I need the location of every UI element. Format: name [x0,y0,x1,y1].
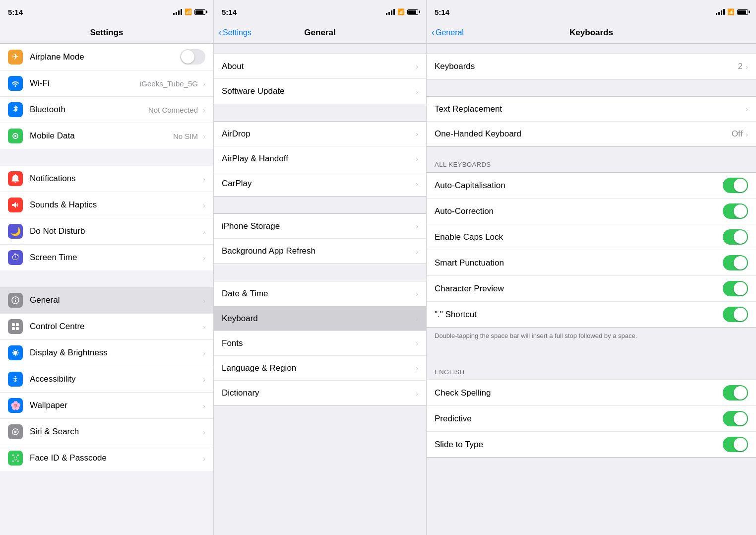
autocorrect-toggle[interactable] [723,203,748,219]
list-item-mobiledata[interactable]: Mobile Data No SIM › [0,123,213,149]
kbd-item-textreplacement[interactable]: Text Replacement › [427,97,756,122]
general-item-languageregion[interactable]: Language & Region › [214,356,426,381]
kbd-toggle-capslock[interactable]: Enable Caps Lock [427,224,756,250]
list-item-faceid[interactable]: Face ID & Passcode › [0,445,213,471]
nav-bar-3: ‹ General Keyboards [427,22,756,44]
softwareupdate-chevron: › [416,87,418,96]
charpreview-toggle[interactable] [723,281,748,296]
kbd-toggle-slidetotype[interactable]: Slide to Type [427,432,756,457]
kbd-toggle-autocorrect[interactable]: Auto-Correction [427,199,756,224]
list-item-display[interactable]: Display & Brightness › [0,340,213,366]
sounds-icon [8,198,23,212]
battery-icon-3 [737,9,748,15]
donotdisturb-label: Do Not Disturb [30,226,85,236]
airplane-label: Airplane Mode [30,52,84,62]
list-item-screentime[interactable]: ⏱ Screen Time › [0,245,213,270]
back-to-settings[interactable]: ‹ Settings [219,27,252,38]
general-label: General [30,295,60,305]
top-spacer [214,44,426,54]
dictionary-chevron: › [416,389,418,398]
general-item-about[interactable]: About › [214,54,426,79]
separator-2 [0,270,213,287]
textreplacement-label: Text Replacement [435,104,502,114]
predictive-label: Predictive [435,414,472,424]
iphonestorage-chevron: › [416,222,418,230]
general-list: About › Software Update › AirDrop › AirP… [214,44,426,535]
back-label-3: General [436,28,464,37]
list-item-accessibility[interactable]: Accessibility › [0,366,213,393]
kbd-toggle-checkspelling[interactable]: Check Spelling [427,380,756,406]
checkspelling-toggle[interactable] [723,385,748,401]
general-item-softwareupdate[interactable]: Software Update › [214,79,426,104]
back-to-general[interactable]: ‹ General [432,27,464,38]
list-item-wifi[interactable]: Wi-Fi iGeeks_Tube_5G › [0,70,213,97]
list-item-controlcentre[interactable]: Control Centre › [0,314,213,340]
svg-point-8 [15,376,16,378]
predictive-toggle[interactable] [723,411,748,426]
general-item-backgroundapp[interactable]: Background App Refresh › [214,239,426,264]
smartpunctuation-toggle[interactable] [723,255,748,270]
section-system: General › Control Centre › Display & B [0,287,213,471]
faceid-chevron: › [203,454,205,463]
general-item-dictionary[interactable]: Dictionary › [214,381,426,405]
svg-point-16 [16,457,17,458]
display-icon [8,345,23,360]
iphonestorage-label: iPhone Storage [222,221,280,231]
kbd-toggle-autocap[interactable]: Auto-Capitalisation [427,173,756,199]
notifications-icon [8,171,23,186]
sounds-chevron: › [203,201,205,209]
svg-point-10 [14,431,17,433]
siri-icon [8,424,23,439]
periodshortcut-label: "." Shortcut [435,310,477,320]
signal-icon-3 [716,9,725,15]
carplay-chevron: › [416,180,418,188]
general-item-airplay[interactable]: AirPlay & Handoff › [214,146,426,171]
capslock-toggle[interactable] [723,229,748,245]
kbd-toggle-periodshortcut[interactable]: "." Shortcut [427,302,756,327]
general-item-keyboard[interactable]: Keyboard › [214,306,426,331]
general-item-fonts[interactable]: Fonts › [214,331,426,356]
general-item-airdrop[interactable]: AirDrop › [214,122,426,146]
svg-point-15 [14,457,15,458]
wallpaper-icon: 🌸 [8,398,23,413]
all-keyboards-header: ALL KEYBOARDS [427,147,756,172]
keyboards-item[interactable]: Keyboards 2 › [427,54,756,79]
display-content: Display & Brightness › [30,348,205,358]
general-nav-title: General [304,28,335,38]
svg-rect-12 [17,455,19,456]
wifi-settings-icon [8,76,23,91]
list-item-notifications[interactable]: Notifications › [0,166,213,192]
list-item-general[interactable]: General › [0,287,213,314]
kbd-toggle-charpreview[interactable]: Character Preview [427,276,756,302]
kbd-toggle-predictive[interactable]: Predictive [427,406,756,432]
general-item-iphonestorage[interactable]: iPhone Storage › [214,214,426,239]
notifications-chevron: › [203,175,205,183]
status-time-3: 5:14 [435,8,449,16]
kbd-toggle-smartpunctuation[interactable]: Smart Punctuation [427,250,756,276]
onehandedkeyboard-right: Off › [732,129,748,139]
list-item-donotdisturb[interactable]: 🌙 Do Not Disturb › [0,218,213,245]
list-item-sounds[interactable]: Sounds & Haptics › [0,192,213,218]
airplane-toggle[interactable] [180,49,205,65]
airdrop-label: AirDrop [222,129,251,139]
general-item-datetime[interactable]: Date & Time › [214,281,426,306]
slidetotype-toggle[interactable] [723,437,748,452]
controlcentre-icon [8,319,23,334]
sounds-label: Sounds & Haptics [30,200,97,210]
keyboards-section-1: Text Replacement › One-Handed Keyboard O… [427,96,756,147]
list-item-siri[interactable]: Siri & Search › [0,419,213,445]
list-item-bluetooth[interactable]: Bluetooth Not Connected › [0,97,213,123]
back-label-2: Settings [223,28,252,37]
list-item-airplane[interactable]: ✈ Airplane Mode [0,44,213,70]
list-item-wallpaper[interactable]: 🌸 Wallpaper › [0,393,213,419]
smartpunctuation-label: Smart Punctuation [435,258,504,268]
svg-rect-6 [16,327,19,330]
periodshortcut-toggle[interactable] [723,307,748,322]
general-item-carplay[interactable]: CarPlay › [214,171,426,196]
keyboards-panel: 5:14 📶 ‹ General Keyboards Keyboards 2 › [427,0,756,535]
textreplacement-chevron: › [746,105,748,113]
autocap-toggle[interactable] [723,178,748,193]
settings-nav-title: Settings [90,28,123,38]
kbd-item-onehandedkeyboard[interactable]: One-Handed Keyboard Off › [427,122,756,146]
autocap-label: Auto-Capitalisation [435,181,505,191]
